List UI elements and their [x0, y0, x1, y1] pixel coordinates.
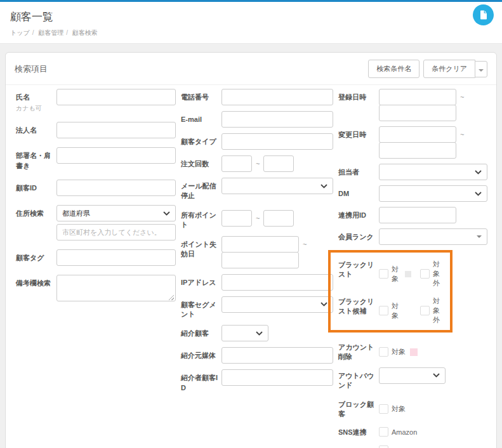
field-label: 所有ポイント: [181, 207, 221, 230]
segment-select[interactable]: [221, 296, 333, 313]
points-min-input[interactable]: [221, 210, 252, 227]
prefecture-select[interactable]: 都道府県: [56, 205, 176, 221]
customer-id-input[interactable]: [56, 180, 176, 196]
field-email: E-mail: [181, 111, 333, 128]
customer-type-input[interactable]: [221, 133, 333, 150]
field-order-count: 注文回数 ~: [181, 155, 333, 172]
field-label: 会員ランク: [338, 228, 379, 245]
ip-address-input[interactable]: [221, 274, 333, 291]
mail-stop-select[interactable]: [221, 178, 333, 194]
referrer-customer-id-input[interactable]: [221, 369, 333, 386]
range-tilde: ~: [303, 240, 307, 248]
chevron-down-icon: [256, 331, 263, 336]
breadcrumb-home[interactable]: トップ: [10, 29, 30, 36]
sns-option-facebook: Facebook: [379, 442, 487, 448]
field-label: DM: [338, 185, 379, 202]
checkbox-label: 対象: [392, 347, 406, 357]
field-blacklist-candidate: ブラックリスト候補 対象 対象外: [338, 293, 446, 325]
range-tilde: ~: [256, 214, 260, 222]
condition-name-button[interactable]: 検索条件名: [368, 60, 419, 78]
updated-end-input[interactable]: [379, 142, 456, 159]
field-corporate-name: 法人名: [16, 122, 176, 138]
corporate-name-input[interactable]: [56, 122, 176, 138]
clear-conditions-button[interactable]: 条件クリア: [423, 60, 475, 78]
sns-amazon-checkbox[interactable]: [379, 427, 388, 437]
breadcrumb-separator: /: [32, 29, 34, 36]
member-rank-select[interactable]: [379, 228, 487, 245]
blacklist-target-checkbox[interactable]: [379, 269, 388, 279]
sns-facebook-checkbox[interactable]: [379, 445, 388, 448]
dm-select[interactable]: [379, 185, 487, 202]
field-mail-stop: メール配信停止: [181, 178, 333, 201]
field-dm: DM: [338, 185, 487, 202]
copy-page-button[interactable]: [473, 4, 494, 25]
field-label: 顧客ID: [16, 180, 56, 196]
referral-customer-select[interactable]: [221, 325, 268, 341]
city-input[interactable]: [56, 224, 176, 240]
phone-input[interactable]: [221, 89, 333, 105]
field-label: IPアドレス: [181, 274, 221, 291]
registered-end-input[interactable]: [379, 105, 456, 121]
blacklist-candidate-target-checkbox[interactable]: [379, 306, 388, 315]
field-label: 顧客セグメント: [181, 296, 221, 320]
field-link-id: 連携用ID: [338, 207, 487, 223]
chevron-down-icon: [320, 302, 327, 306]
field-label: 変更日時: [338, 126, 379, 159]
field-label: ブラックリスト: [338, 256, 379, 288]
account-delete-target-checkbox[interactable]: [379, 347, 388, 357]
page-title: 顧客一覧: [10, 10, 492, 24]
field-name: 氏名カナも可: [16, 89, 176, 113]
field-points: 所有ポイント ~: [181, 207, 333, 230]
name-input[interactable]: [56, 89, 176, 105]
search-panel-header: 検索項目 検索条件名 条件クリア: [6, 53, 496, 84]
point-expiry-end-input[interactable]: [221, 252, 299, 268]
clear-conditions-caret-button[interactable]: [475, 61, 487, 77]
highlight-box: ブラックリスト 対象 対象外 ブラックリスト候補 対象: [328, 250, 452, 333]
breadcrumb-separator: /: [66, 29, 68, 36]
field-label: 備考欄検索: [16, 275, 56, 303]
field-segment: 顧客セグメント: [181, 296, 333, 320]
field-customer-type: 顧客タイプ: [181, 133, 333, 150]
updated-start-input[interactable]: [379, 126, 456, 143]
blacklist-candidate-exclude-checkbox[interactable]: [420, 306, 430, 315]
point-expiry-start-input[interactable]: [221, 236, 299, 253]
breadcrumb: トップ/ 顧客管理/ 顧客検索: [10, 29, 492, 37]
outbound-select[interactable]: [379, 367, 446, 384]
field-block-customer: ブロック顧客 対象: [338, 396, 487, 419]
field-updated-at: 変更日時 ~: [338, 126, 487, 159]
checkbox-label: Amazon: [392, 428, 417, 436]
field-label: 連携用ID: [338, 207, 379, 223]
notes-textarea[interactable]: [56, 275, 176, 301]
referral-source-input[interactable]: [221, 347, 333, 364]
email-input[interactable]: [221, 111, 333, 128]
breadcrumb-customer-management[interactable]: 顧客管理: [38, 29, 63, 36]
blacklist-swatch: [405, 271, 411, 277]
field-referral-customer: 紹介顧客: [181, 325, 333, 341]
blacklist-exclude-checkbox[interactable]: [420, 269, 430, 279]
field-label: アウトバウンド: [338, 367, 379, 391]
caret-down-icon: [477, 235, 482, 238]
order-count-max-input[interactable]: [263, 155, 294, 172]
chevron-down-icon: [475, 192, 482, 196]
account-delete-swatch: [410, 348, 418, 356]
staff-select[interactable]: [379, 164, 487, 180]
customer-tag-input[interactable]: [56, 249, 176, 266]
field-address-search: 住所検索 都道府県: [16, 205, 176, 240]
link-id-input[interactable]: [379, 207, 456, 223]
block-customer-target-checkbox[interactable]: [379, 404, 388, 414]
field-label: 電話番号: [181, 89, 221, 105]
chevron-down-icon: [320, 184, 327, 188]
field-label: 担当者: [338, 164, 379, 180]
breadcrumb-current: 顧客検索: [72, 29, 98, 36]
field-label: 注文回数: [181, 155, 221, 172]
field-label: 部署名・肩書き: [16, 147, 56, 171]
caret-down-icon: [479, 69, 484, 72]
department-input[interactable]: [56, 147, 176, 164]
field-label: ブラックリスト候補: [338, 293, 379, 325]
order-count-min-input[interactable]: [221, 155, 252, 172]
registered-start-input[interactable]: [379, 89, 456, 105]
form-column-right: 登録日時 ~ 変更日時 ~: [338, 89, 487, 448]
checkbox-label: 対象: [392, 265, 400, 284]
points-max-input[interactable]: [263, 210, 294, 227]
form-column-left: 氏名カナも可 法人名 部署名・肩書き 顧客ID 住所検索 都道府県: [16, 89, 176, 448]
